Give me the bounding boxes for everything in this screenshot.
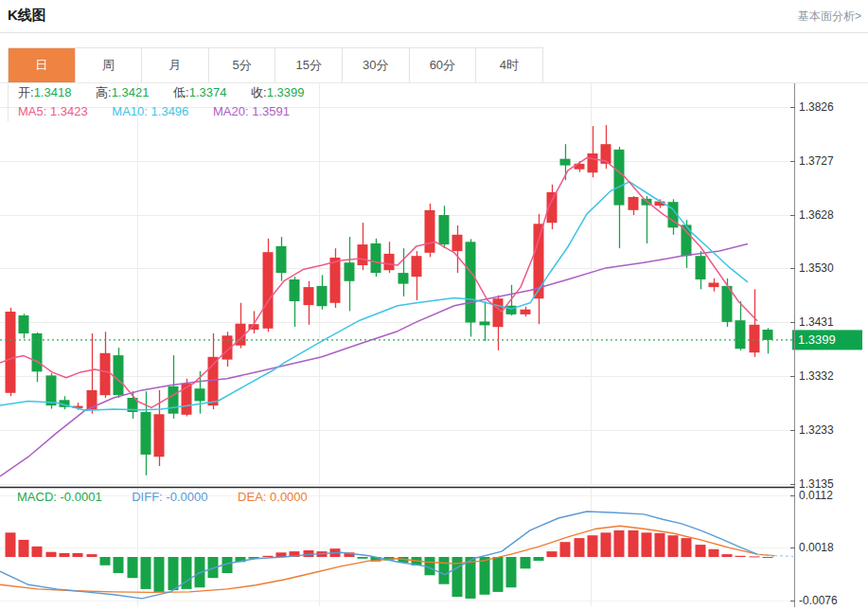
ma5-value: 1.3423 <box>50 104 88 118</box>
svg-text:-0.0076: -0.0076 <box>799 594 838 607</box>
svg-text:1.3530: 1.3530 <box>799 261 834 275</box>
ma5-label: MA5: <box>18 104 46 118</box>
svg-text:0.0112: 0.0112 <box>799 489 833 502</box>
open-label: 开: <box>18 85 34 99</box>
svg-text:1.3628: 1.3628 <box>799 208 834 222</box>
ma20-label: MA20: <box>213 104 249 118</box>
macd-legend-row: MACD: -0.0001 DIFF: -0.0000 DEA: 0.0000 <box>17 490 334 504</box>
ma20-value: 1.3591 <box>252 104 290 118</box>
diff-label: DIFF: <box>132 490 163 504</box>
ohlc-legend-row: 开:1.3418 高:1.3421 低:1.3374 收:1.3399 <box>18 83 548 102</box>
low-label: 低: <box>173 85 189 99</box>
svg-text:1.3727: 1.3727 <box>799 154 834 168</box>
high-label: 高: <box>96 85 112 99</box>
ma10-value: 1.3496 <box>151 104 189 118</box>
svg-text:0.0018: 0.0018 <box>799 541 834 554</box>
svg-text:1.3826: 1.3826 <box>799 100 834 114</box>
kline-widget: { "header": { "title": "K线图", "link": "基… <box>0 0 868 610</box>
open-value: 1.3418 <box>34 85 72 99</box>
svg-text:1.3332: 1.3332 <box>799 369 834 383</box>
high-value: 1.3421 <box>112 85 150 99</box>
macd-label: MACD: <box>17 490 57 504</box>
close-label: 收: <box>251 85 267 99</box>
svg-text:1.3233: 1.3233 <box>799 423 834 437</box>
diff-value: -0.0000 <box>166 490 207 504</box>
ohlc-ma-legend: 开:1.3418 高:1.3421 低:1.3374 收:1.3399 MA5:… <box>8 83 548 121</box>
dea-value: 0.0000 <box>270 490 308 504</box>
svg-text:1.3399: 1.3399 <box>798 332 836 347</box>
ma-legend-row: MA5: 1.3423 MA10: 1.3496 MA20: 1.3591 <box>18 102 548 121</box>
ma10-label: MA10: <box>112 104 148 118</box>
close-value: 1.3399 <box>267 85 305 99</box>
macd-value: -0.0001 <box>61 490 102 504</box>
low-value: 1.3374 <box>189 85 227 99</box>
dea-label: DEA: <box>238 490 266 504</box>
svg-text:1.3431: 1.3431 <box>799 315 834 329</box>
